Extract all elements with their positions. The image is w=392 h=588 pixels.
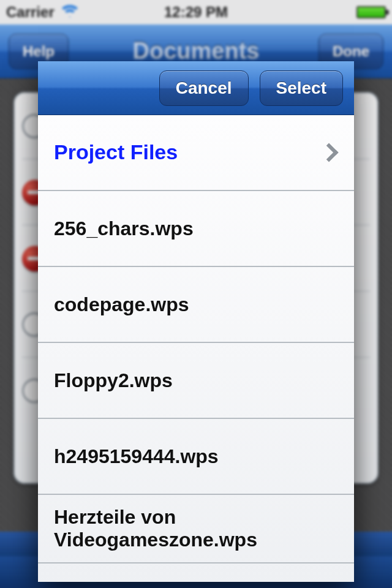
file-row[interactable]: codepage.wps — [38, 267, 354, 343]
file-row[interactable]: Herzteile von Videogameszone.wps — [38, 495, 354, 564]
file-row[interactable]: 256_chars.wps — [38, 191, 354, 267]
select-button[interactable]: Select — [260, 70, 344, 106]
folder-label: Project Files — [54, 140, 322, 164]
status-bar: Carrier 12:29 PM — [0, 0, 392, 24]
popover-header: Cancel Select — [38, 61, 354, 115]
file-picker-popover: Cancel Select Project Files 256_chars.wp… — [38, 61, 354, 582]
file-label: codepage.wps — [54, 293, 338, 316]
file-label: Floppy2.wps — [54, 369, 338, 392]
cancel-button[interactable]: Cancel — [159, 70, 249, 106]
file-label: h2495159444.wps — [54, 445, 338, 468]
file-row[interactable]: h2495159444.wps — [38, 419, 354, 495]
file-label: Herzteile von Videogameszone.wps — [54, 506, 338, 551]
chevron-right-icon — [319, 143, 338, 162]
popover-list[interactable]: Project Files 256_chars.wps codepage.wps… — [38, 115, 354, 582]
status-time: 12:29 PM — [0, 4, 392, 21]
battery-icon — [356, 6, 386, 18]
folder-row[interactable]: Project Files — [38, 115, 354, 191]
file-label: 256_chars.wps — [54, 217, 338, 240]
file-row[interactable]: Floppy2.wps — [38, 343, 354, 419]
